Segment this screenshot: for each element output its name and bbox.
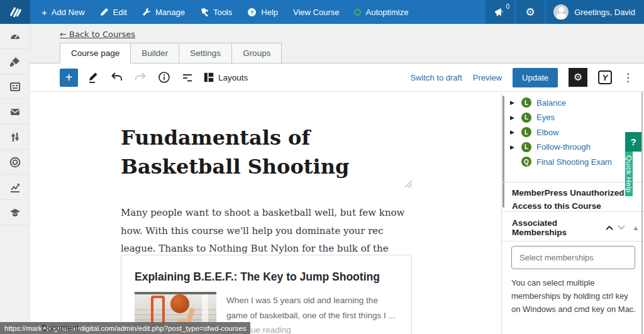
chevron-right-icon[interactable]: ▶: [510, 114, 516, 121]
update-button[interactable]: Update: [513, 68, 558, 87]
edit-mode-button[interactable]: [86, 70, 101, 85]
undo-arrow-icon: [110, 72, 123, 83]
details-button[interactable]: [157, 70, 172, 85]
sidebar-item-analytics[interactable]: [0, 175, 30, 200]
tab-settings[interactable]: Settings: [179, 43, 232, 64]
sidebar-item-forms[interactable]: [0, 74, 30, 99]
yoast-seo-button[interactable]: Y: [598, 70, 612, 84]
autoptimize-menu-item[interactable]: Autoptimize: [347, 0, 416, 24]
stripes-logo-icon: [8, 4, 23, 19]
menu-label: Tools: [213, 8, 232, 17]
browser-status-url: https://marketingmasterdigital.com/admin…: [0, 322, 250, 334]
greeting-text: Greetings, David: [574, 8, 635, 17]
admin-left-rail: [0, 24, 30, 334]
embed-card-title[interactable]: Explaining B.E.E.F.: The Key to Jump Sho…: [135, 270, 398, 284]
menu-label: Help: [261, 8, 278, 17]
gear-icon: ⚙: [526, 7, 535, 18]
sidebar-settings-toggle[interactable]: ⚙: [569, 68, 587, 87]
block-inserter-button[interactable]: +: [60, 69, 78, 87]
collapse-triangle-icon[interactable]: ▲: [634, 225, 638, 231]
settings-sidebar: ▶ L Balance ▶ L Eyes ▶ L Elbow ▶ L F: [501, 92, 644, 334]
admin-bar-menu: + Add New Edit Manage Tools: [30, 0, 416, 24]
tools-menu-item[interactable]: Tools: [192, 0, 240, 24]
outline-item-eyes[interactable]: ▶ L Eyes: [510, 113, 612, 123]
editor-toolbar: +: [30, 64, 644, 92]
outline-item-follow-through[interactable]: ▶ L Follow-through: [510, 142, 612, 152]
tab-groups[interactable]: Groups: [231, 43, 282, 64]
tab-course-page[interactable]: Course page: [60, 43, 131, 64]
help-menu-item[interactable]: ? Help: [240, 0, 286, 24]
panel-divider: [502, 211, 644, 212]
admin-settings-button[interactable]: ⚙: [516, 0, 545, 24]
toolbar-left-group: +: [30, 69, 248, 87]
menu-label: Edit: [113, 8, 127, 17]
bullseye-icon: [9, 156, 21, 169]
megaphone-icon: [494, 7, 506, 17]
wrench-icon: [142, 8, 151, 16]
associated-memberships-header[interactable]: Associated Memberships ▲: [512, 218, 638, 237]
manage-menu-item[interactable]: Manage: [135, 0, 192, 24]
more-options-button[interactable]: ⋮: [623, 72, 633, 83]
quick-help-tab[interactable]: Quick Help: [625, 152, 633, 196]
menu-label: Add New: [52, 8, 85, 17]
lesson-badge: L: [521, 113, 531, 123]
lesson-badge: L: [521, 127, 531, 137]
view-course-menu-item[interactable]: View Course: [286, 0, 347, 24]
chevron-right-icon[interactable]: ▶: [510, 144, 516, 150]
toolbar-right-group: Switch to draft Preview Update ⚙ Y ⋮: [410, 68, 644, 87]
sidebar-item-courses[interactable]: [0, 200, 30, 225]
edit-menu-item[interactable]: Edit: [92, 0, 135, 24]
sidebar-item-dashboard[interactable]: [0, 24, 30, 49]
redo-arrow-icon: [134, 72, 147, 83]
admin-top-bar: + Add New Edit Manage Tools: [0, 0, 644, 24]
course-tabs: Course page Builder Settings Groups: [60, 43, 281, 64]
layouts-grid-icon: [203, 72, 214, 83]
layouts-label: Layouts: [218, 73, 248, 82]
notifications-button[interactable]: 0: [486, 0, 514, 24]
memberpress-panel-heading: MemberPress Unauthorized Access to this …: [512, 187, 638, 213]
sidebar-item-mail[interactable]: [0, 99, 30, 125]
sidebar-item-appearance[interactable]: [0, 49, 30, 74]
list-view-button[interactable]: [180, 70, 195, 85]
editor-canvas: Fundamentals of Basketball Shooting Many…: [30, 92, 644, 334]
chevron-right-icon[interactable]: ▶: [510, 129, 516, 135]
embed-card-excerpt: When I was 5 years old and learning the …: [226, 292, 398, 334]
preview-button[interactable]: Preview: [473, 73, 502, 82]
outline-item-balance[interactable]: ▶ L Balance: [510, 97, 612, 108]
line-chart-icon: [9, 181, 21, 194]
sidebar-edge-scrollbar[interactable]: [641, 92, 643, 334]
sidebar-item-import-export[interactable]: [0, 125, 30, 150]
outline-item-final-exam[interactable]: ▶ Q Final Shooting Exam: [510, 157, 612, 167]
memberships-help-text: You can select multiple memberships by h…: [511, 277, 638, 316]
hammer-icon: [200, 8, 209, 16]
chevron-right-icon[interactable]: ▶: [510, 99, 516, 106]
quick-help-widget: ? Quick Help: [625, 132, 641, 196]
green-ring-icon: [354, 9, 361, 16]
info-icon: [158, 71, 170, 84]
account-menu[interactable]: Greetings, David: [546, 0, 644, 24]
select-memberships-input[interactable]: [511, 246, 635, 269]
post-title[interactable]: Fundamentals of Basketball Shooting: [121, 123, 416, 182]
layouts-button[interactable]: Layouts: [203, 72, 248, 83]
tab-builder[interactable]: Builder: [130, 43, 179, 64]
outline-item-elbow[interactable]: ▶ L Elbow: [510, 127, 612, 137]
undo-button[interactable]: [109, 70, 125, 84]
associated-memberships-title: Associated Memberships: [512, 218, 605, 237]
sidebar-scrollbar[interactable]: [502, 96, 504, 208]
panel-reorder-controls: [605, 225, 626, 231]
chevron-up-icon[interactable]: [605, 225, 614, 231]
form-icon: [9, 81, 21, 93]
back-to-courses-link[interactable]: ← Back to Courses: [60, 30, 135, 39]
redo-button[interactable]: [133, 70, 148, 84]
chevron-down-icon[interactable]: [617, 225, 626, 231]
plus-icon: +: [42, 8, 47, 17]
pencil-icon: [87, 72, 99, 84]
quiz-badge: Q: [521, 157, 531, 167]
quick-help-question-icon[interactable]: ?: [625, 132, 641, 152]
switch-to-draft-button[interactable]: Switch to draft: [410, 73, 462, 82]
document-breadcrumb[interactable]: Document: [42, 323, 79, 333]
site-logo[interactable]: [0, 0, 30, 24]
up-down-arrows-icon: [9, 131, 21, 143]
sidebar-item-target[interactable]: [0, 150, 30, 175]
add-new-menu-item[interactable]: + Add New: [34, 0, 92, 24]
